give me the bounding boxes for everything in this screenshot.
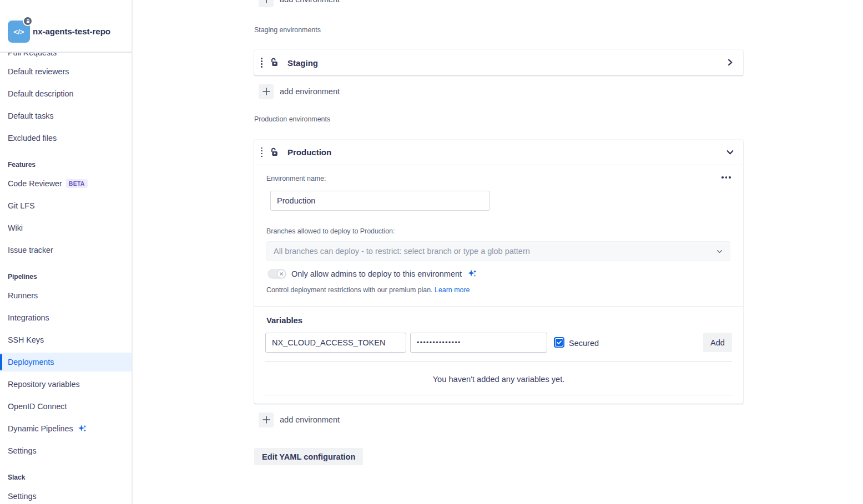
section-header-label: Features (8, 161, 36, 169)
branch-restriction-select[interactable]: All branches can deploy - to restrict: s… (266, 241, 730, 261)
production-title: Production (287, 147, 331, 157)
sidebar-item-label: Deployments (8, 358, 54, 366)
admins-only-label: Only allow admins to deploy to this envi… (291, 269, 462, 278)
sidebar-item-label: Wiki (8, 223, 23, 232)
variable-name-input[interactable] (265, 333, 406, 353)
checkmark-icon (556, 339, 563, 346)
section-header-label: Pipelines (8, 273, 37, 281)
deployments-settings-content: add environment Staging environments Sta… (254, 0, 743, 504)
sidebar-item-label: Repository variables (8, 380, 80, 389)
sidebar-item-integrations[interactable]: Integrations (0, 308, 132, 327)
sidebar-item-default-reviewers[interactable]: Default reviewers (0, 62, 132, 81)
premium-note-text: Control deployment restrictions with our… (266, 286, 433, 294)
secured-label: Secured (569, 339, 599, 348)
environment-name-label: Environment name: (266, 175, 326, 182)
variables-divider (265, 362, 732, 362)
beta-badge: BETA (66, 179, 88, 188)
sidebar-item-default-description[interactable]: Default description (0, 84, 132, 103)
drag-handle-icon[interactable] (259, 55, 265, 70)
sidebar-item-label: Dynamic Pipelines (8, 424, 73, 433)
sidebar-item-ssh-keys[interactable]: SSH Keys (0, 330, 132, 349)
sidebar-item-pipelines-settings[interactable]: Settings (0, 441, 132, 460)
unlock-icon (269, 57, 280, 70)
sidebar-section-pipelines: Pipelines (0, 267, 132, 286)
toggle-knob (277, 270, 285, 278)
environment-name-input[interactable] (270, 191, 490, 211)
sidebar-item-excluded-files[interactable]: Excluded files (0, 129, 132, 147)
variables-divider (265, 395, 732, 395)
section-header-label: Slack (8, 474, 25, 481)
premium-note: Control deployment restrictions with our… (266, 286, 470, 294)
select-placeholder: All branches can deploy - to restrict: s… (274, 247, 716, 256)
sidebar-item-label: Default reviewers (8, 67, 69, 76)
sidebar-section-features: Features (0, 155, 132, 174)
sidebar: </> nx-agents-test-repo Pull Requests De… (0, 0, 133, 504)
sidebar-item-repository-variables[interactable]: Repository variables (0, 375, 132, 394)
sparkle-icon (77, 424, 87, 434)
variable-value-input[interactable] (410, 333, 547, 353)
sidebar-item-label: Default tasks (8, 111, 54, 120)
sidebar-item-label: Issue tracker (8, 246, 53, 254)
sidebar-item-label: OpenID Connect (8, 402, 67, 411)
chevron-down-icon (716, 248, 723, 255)
plus-icon (259, 84, 274, 99)
sidebar-item-label: Runners (8, 291, 38, 300)
add-environment-button-production[interactable]: add environment (254, 411, 340, 428)
drag-handle-icon[interactable] (259, 145, 265, 160)
learn-more-link[interactable]: Learn more (435, 286, 470, 294)
code-icon: </> (14, 28, 24, 36)
add-environment-button-staging[interactable]: add environment (254, 83, 340, 100)
sidebar-item-runners[interactable]: Runners (0, 286, 132, 305)
sidebar-header: </> nx-agents-test-repo (0, 0, 132, 53)
private-lock-badge (23, 16, 33, 26)
edit-yaml-configuration-button[interactable]: Edit YAML configuration (254, 448, 363, 465)
section-divider (254, 306, 743, 307)
add-environment-label: add environment (280, 415, 340, 424)
add-variable-button[interactable]: Add (703, 333, 732, 352)
production-section-label: Production environments (254, 115, 330, 123)
sidebar-item-label: Excluded files (8, 134, 57, 142)
variables-title: Variables (266, 316, 302, 325)
sidebar-section-slack: Slack (0, 468, 132, 487)
plus-icon (259, 0, 274, 7)
sidebar-item-wiki[interactable]: Wiki (0, 218, 132, 237)
chevron-down-icon[interactable] (726, 148, 734, 159)
sidebar-item-issue-tracker[interactable]: Issue tracker (0, 241, 132, 259)
plus-icon (259, 413, 274, 427)
staging-environment-card: Staging (254, 50, 743, 75)
sidebar-item-label: Integrations (8, 313, 49, 322)
sidebar-item-label: Settings (8, 446, 37, 455)
staging-section-label: Staging environments (254, 26, 321, 34)
staging-title: Staging (287, 58, 318, 68)
sidebar-item-slack-settings[interactable]: Settings (0, 487, 132, 504)
sidebar-item-dynamic-pipelines[interactable]: Dynamic Pipelines (0, 419, 132, 438)
sidebar-item-label: Settings (8, 492, 37, 501)
sidebar-item-openid-connect[interactable]: OpenID Connect (0, 397, 132, 416)
sidebar-item-git-lfs[interactable]: Git LFS (0, 196, 132, 215)
sidebar-item-label: Git LFS (8, 201, 34, 210)
add-environment-button-top[interactable]: add environment (254, 0, 340, 8)
repo-name: nx-agents-test-repo (33, 27, 110, 36)
chevron-right-icon[interactable] (726, 58, 734, 69)
sidebar-item-code-reviewer[interactable]: Code Reviewer BETA (0, 174, 132, 193)
more-options-icon[interactable] (719, 174, 733, 181)
sparkle-icon (467, 268, 477, 279)
sidebar-item-label: Default description (8, 89, 73, 98)
admins-only-toggle[interactable] (268, 269, 286, 279)
variables-empty-message: You haven't added any variables yet. (254, 375, 743, 384)
lock-icon (26, 19, 31, 24)
sidebar-item-default-tasks[interactable]: Default tasks (0, 106, 132, 125)
add-environment-label: add environment (280, 0, 340, 4)
sidebar-item-label: SSH Keys (8, 335, 44, 344)
sidebar-item-deployments[interactable]: Deployments (0, 353, 132, 371)
sidebar-item-label: Code Reviewer (8, 179, 62, 188)
secured-checkbox[interactable] (554, 337, 564, 348)
branches-allowed-label: Branches allowed to deploy to Production… (266, 227, 395, 235)
add-environment-label: add environment (280, 87, 340, 96)
unlock-icon (269, 147, 280, 160)
production-environment-card: Production Environment name: Branches al… (254, 140, 743, 404)
